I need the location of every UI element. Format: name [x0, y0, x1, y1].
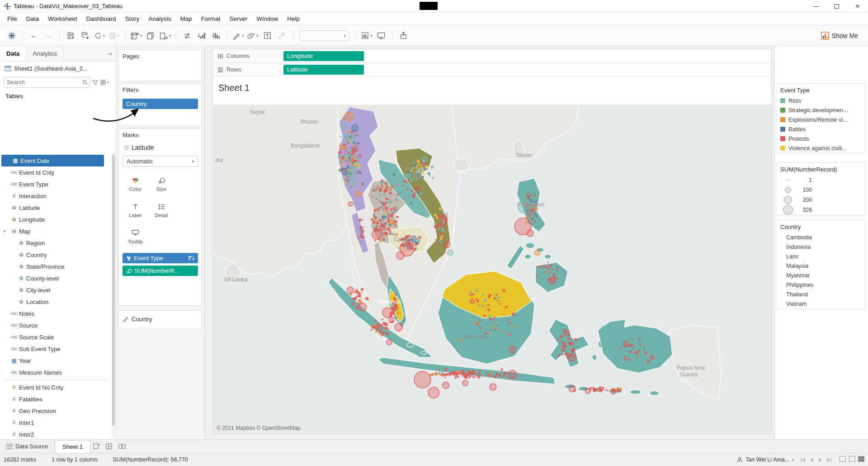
- search-input[interactable]: [4, 79, 82, 86]
- event-bubble[interactable]: [347, 166, 359, 177]
- marks-card-header[interactable]: Latitude: [119, 140, 202, 153]
- redo-button[interactable]: →: [42, 29, 55, 43]
- detail-button[interactable]: Detail: [150, 199, 173, 222]
- event-bubble[interactable]: [380, 225, 385, 230]
- new-data-source-button[interactable]: [79, 29, 91, 43]
- event-bubble[interactable]: [509, 346, 516, 353]
- data-source-connection[interactable]: Sheet1 (Southeast-Asia_2...: [0, 62, 116, 75]
- refresh-data-button[interactable]: ▾: [93, 29, 106, 43]
- tab-sheet-1[interactable]: Sheet 1: [55, 440, 90, 453]
- event-bubble[interactable]: [448, 250, 453, 255]
- country-legend-item-malaysia[interactable]: Malaysia: [776, 261, 865, 271]
- first-sheet-icon[interactable]: [800, 457, 806, 462]
- search-box[interactable]: [4, 77, 90, 88]
- event-bubble[interactable]: [359, 303, 367, 311]
- event-bubble[interactable]: [611, 390, 616, 395]
- event-bubble[interactable]: [508, 370, 517, 379]
- mark-type-dropdown[interactable]: Automatic ▾: [123, 156, 198, 167]
- undo-button[interactable]: ←: [28, 29, 40, 43]
- swap-rows-columns-button[interactable]: [181, 29, 193, 43]
- event-bubble[interactable]: [602, 326, 606, 331]
- field-fatalities[interactable]: #Fatalities: [0, 393, 110, 405]
- event-bubble[interactable]: [568, 353, 576, 361]
- filter-pill-country[interactable]: Country: [123, 99, 198, 109]
- tab-data[interactable]: Data: [0, 46, 26, 61]
- field-interaction[interactable]: #Interaction: [0, 190, 110, 202]
- sort-descending-button[interactable]: [210, 29, 222, 43]
- field-source-scale[interactable]: AbcSource Scale: [0, 331, 110, 343]
- legend-item-battles[interactable]: Battles: [776, 124, 865, 134]
- field-notes[interactable]: AbcNotes: [0, 308, 110, 319]
- event-bubble[interactable]: [527, 230, 533, 237]
- legend-item-explosions-remote-vi-[interactable]: Explosions/Remote vi...: [776, 115, 865, 124]
- expand-caret-icon[interactable]: ▾: [4, 229, 9, 233]
- event-bubble[interactable]: [406, 173, 411, 179]
- tooltip-button[interactable]: Tooltip: [123, 225, 147, 248]
- event-bubble[interactable]: [549, 277, 556, 284]
- event-bubble[interactable]: [422, 157, 427, 162]
- menu-analysis[interactable]: Analysis: [144, 13, 175, 25]
- minimize-button[interactable]: —: [806, 0, 826, 13]
- event-bubble[interactable]: [470, 299, 475, 304]
- country-legend-item-thailand[interactable]: Thailand: [776, 290, 865, 299]
- map-island-visayas[interactable]: [524, 254, 531, 259]
- marks-pill-event-type[interactable]: Event Type: [123, 253, 198, 263]
- map-island-sunda[interactable]: [630, 390, 641, 395]
- field-inter1[interactable]: #Inter1: [0, 417, 110, 428]
- field-event-date[interactable]: ▦Event Date: [1, 155, 104, 166]
- event-bubble[interactable]: [376, 324, 383, 331]
- event-bubble[interactable]: [413, 172, 421, 180]
- event-bubble[interactable]: [348, 202, 353, 206]
- show-me-button[interactable]: Show Me: [817, 29, 862, 43]
- show-sheet-sorter-icon[interactable]: [858, 456, 864, 462]
- field-city-level[interactable]: ⊕City-level: [0, 284, 110, 296]
- event-bubble[interactable]: [542, 268, 549, 276]
- size-legend-item[interactable]: 1: [776, 175, 865, 185]
- map-island-maluku[interactable]: [592, 355, 597, 360]
- tab-analytics[interactable]: Analytics: [26, 46, 64, 61]
- field-inter2[interactable]: #Inter2: [0, 428, 110, 439]
- country-legend-item-philippines[interactable]: Philippines: [776, 280, 865, 290]
- menu-window[interactable]: Window: [252, 13, 283, 25]
- event-bubble[interactable]: [340, 144, 345, 149]
- event-bubble[interactable]: [414, 371, 431, 388]
- field-sub-event-type[interactable]: AbcSub Event Type: [0, 343, 110, 355]
- event-bubble[interactable]: [443, 241, 450, 248]
- show-mark-labels-button[interactable]: [261, 29, 274, 43]
- marks-pill-sum-numberrecord[interactable]: SUM(NumberR..: [123, 266, 198, 276]
- event-bubble[interactable]: [490, 332, 495, 338]
- show-filmstrip-view-icon[interactable]: [849, 456, 855, 462]
- sidebar-scrollbar[interactable]: [112, 152, 115, 438]
- country-legend-item-laos[interactable]: Laos: [776, 252, 865, 261]
- highlight-button[interactable]: ▾: [232, 29, 245, 43]
- event-bubble[interactable]: [344, 112, 354, 121]
- next-sheet-icon[interactable]: [818, 457, 822, 462]
- field-country[interactable]: ⊕Country: [0, 249, 110, 261]
- field-source[interactable]: AbcSource: [0, 319, 110, 331]
- legend-item-strategic-developmen-[interactable]: Strategic developmen...: [776, 105, 865, 115]
- event-bubble[interactable]: [389, 317, 394, 323]
- maximize-button[interactable]: [826, 0, 847, 13]
- menu-dashboard[interactable]: Dashboard: [82, 13, 121, 25]
- show-tabs-view-icon[interactable]: [840, 456, 846, 462]
- close-button[interactable]: ✕: [847, 0, 868, 13]
- event-bubble[interactable]: [564, 330, 569, 335]
- event-bubble[interactable]: [347, 287, 354, 294]
- event-bubble[interactable]: [344, 154, 352, 162]
- event-bubble[interactable]: [352, 125, 359, 132]
- map-island-bangka[interactable]: [421, 351, 426, 354]
- color-button[interactable]: Color: [123, 172, 147, 196]
- field-map[interactable]: ▾⊕Map: [0, 225, 110, 237]
- event-bubble[interactable]: [387, 339, 392, 345]
- event-bubble[interactable]: [585, 388, 590, 394]
- duplicate-sheet-button[interactable]: [144, 29, 157, 43]
- group-members-button[interactable]: ▾: [246, 29, 259, 43]
- menu-help[interactable]: Help: [283, 13, 304, 25]
- field-county-level[interactable]: ⊕County-level: [0, 272, 110, 284]
- map-island-sunda[interactable]: [650, 391, 659, 395]
- filter-fields-icon[interactable]: [92, 80, 98, 85]
- event-bubble[interactable]: [389, 220, 394, 224]
- map-island-visayas[interactable]: [526, 243, 535, 248]
- view-options-icon[interactable]: ▾: [100, 80, 109, 85]
- event-bubble[interactable]: [534, 250, 540, 255]
